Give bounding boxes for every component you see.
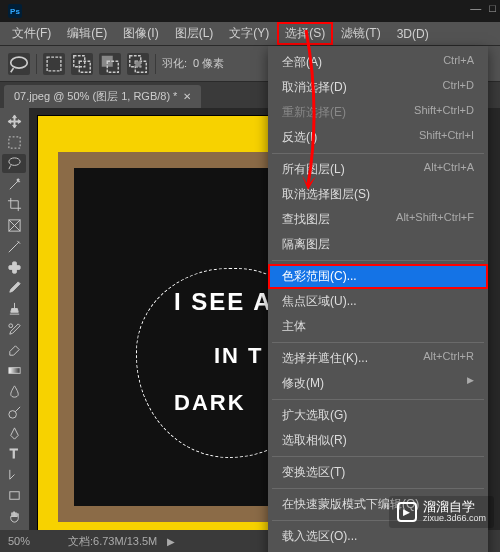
svg-rect-8 [135, 61, 141, 67]
menu-shortcut: Shift+Ctrl+D [414, 104, 474, 121]
doc-info: 文档:6.73M/13.5M [68, 534, 157, 549]
close-icon[interactable]: ✕ [183, 91, 191, 102]
healing-tool-icon[interactable] [2, 257, 26, 277]
eraser-tool-icon[interactable] [2, 340, 26, 360]
menu-item[interactable]: 3D(D) [389, 24, 437, 44]
lasso-tool-icon[interactable] [2, 154, 26, 174]
menu-item[interactable]: 查找图层Alt+Shift+Ctrl+F [268, 207, 488, 232]
menu-item[interactable]: 隔离图层 [268, 232, 488, 257]
svg-line-20 [15, 407, 20, 412]
selection-add-icon[interactable] [71, 53, 93, 75]
minimize-icon[interactable]: — [470, 2, 481, 14]
menu-shortcut: Shift+Ctrl+I [419, 129, 474, 146]
svg-point-10 [8, 158, 19, 166]
menu-shortcut: Ctrl+D [443, 79, 474, 96]
menu-item-label: 查找图层 [282, 211, 330, 228]
menu-item-label: 隔离图层 [282, 236, 330, 253]
menu-item[interactable]: 文字(Y) [221, 22, 277, 45]
menu-item[interactable]: 取消选择(D)Ctrl+D [268, 75, 488, 100]
path-tool-icon[interactable] [2, 465, 26, 485]
menu-item-label: 选取相似(R) [282, 432, 347, 449]
stamp-tool-icon[interactable] [2, 299, 26, 319]
magic-wand-tool-icon[interactable] [2, 174, 26, 194]
svg-rect-18 [8, 368, 19, 374]
document-tab[interactable]: 07.jpeg @ 50% (图层 1, RGB/8) * ✕ [4, 85, 201, 108]
blur-tool-icon[interactable] [2, 382, 26, 402]
brush-tool-icon[interactable] [2, 278, 26, 298]
menu-item[interactable]: 文件(F) [4, 22, 59, 45]
select-menu-dropdown: 全部(A)Ctrl+A取消选择(D)Ctrl+D重新选择(E)Shift+Ctr… [268, 46, 488, 552]
frame-tool-icon[interactable] [2, 216, 26, 236]
menu-item-label: 取消选择图层(S) [282, 186, 370, 203]
menu-item-label: 变换选区(T) [282, 464, 345, 481]
menu-item-label: 全部(A) [282, 54, 322, 71]
menu-item-label: 重新选择(E) [282, 104, 346, 121]
menu-item[interactable]: 反选(I)Shift+Ctrl+I [268, 125, 488, 150]
svg-rect-9 [8, 137, 19, 148]
eyedropper-tool-icon[interactable] [2, 237, 26, 257]
menu-item[interactable]: 变换选区(T) [268, 460, 488, 485]
history-brush-tool-icon[interactable] [2, 320, 26, 340]
zoom-level[interactable]: 50% [8, 535, 58, 547]
menu-item[interactable]: 焦点区域(U)... [268, 289, 488, 314]
menu-divider [272, 488, 484, 489]
menu-item[interactable]: 编辑(E) [59, 22, 115, 45]
feather-value[interactable]: 0 像素 [193, 56, 224, 71]
menu-divider [272, 342, 484, 343]
menu-item[interactable]: 色彩范围(C)... [268, 264, 488, 289]
menu-divider [272, 260, 484, 261]
svg-rect-22 [9, 492, 18, 500]
hand-tool-icon[interactable] [2, 506, 26, 526]
menu-shortcut: Alt+Ctrl+A [424, 161, 474, 178]
svg-point-11 [17, 179, 19, 181]
menu-item[interactable]: 取消选择图层(S) [268, 182, 488, 207]
tools-panel: T [0, 108, 30, 530]
menu-item[interactable]: 全部(A)Ctrl+A [268, 50, 488, 75]
rectangle-tool-icon[interactable] [2, 486, 26, 506]
chevron-right-icon[interactable]: ▶ [167, 536, 175, 547]
app-logo-icon: Ps [8, 4, 22, 18]
svg-point-19 [8, 411, 16, 419]
menu-item[interactable]: 选择(S) [277, 22, 333, 45]
menu-item-label: 载入选区(O)... [282, 528, 357, 545]
move-tool-icon[interactable] [2, 112, 26, 132]
menu-item[interactable]: 选取相似(R) [268, 428, 488, 453]
watermark: ▶ 溜溜自学 zixue.3d66.com [389, 496, 494, 528]
selection-intersect-icon[interactable] [127, 53, 149, 75]
tab-title: 07.jpeg @ 50% (图层 1, RGB/8) * [14, 89, 177, 104]
menu-divider [272, 399, 484, 400]
crop-tool-icon[interactable] [2, 195, 26, 215]
menu-item-label: 焦点区域(U)... [282, 293, 357, 310]
menu-item[interactable]: 扩大选取(G) [268, 403, 488, 428]
watermark-url: zixue.3d66.com [423, 514, 486, 524]
feather-label: 羽化: [162, 56, 187, 71]
play-icon: ▶ [397, 502, 417, 522]
menu-item-label: 所有图层(L) [282, 161, 345, 178]
menu-item[interactable]: 主体 [268, 314, 488, 339]
marquee-tool-icon[interactable] [2, 133, 26, 153]
menu-item[interactable]: 选择并遮住(K)...Alt+Ctrl+R [268, 346, 488, 371]
maximize-icon[interactable]: □ [489, 2, 496, 14]
menu-item: 重新选择(E)Shift+Ctrl+D [268, 100, 488, 125]
pen-tool-icon[interactable] [2, 423, 26, 443]
menu-item-label: 选择并遮住(K)... [282, 350, 368, 367]
dodge-tool-icon[interactable] [2, 403, 26, 423]
menu-item-label: 修改(M) [282, 375, 324, 392]
menu-item[interactable]: 滤镜(T) [333, 22, 388, 45]
selection-new-icon[interactable] [43, 53, 65, 75]
submenu-arrow-icon: ▶ [467, 375, 474, 392]
menu-item[interactable]: 所有图层(L)Alt+Ctrl+A [268, 157, 488, 182]
lasso-tool-icon[interactable] [8, 53, 30, 75]
menu-item[interactable]: 修改(M)▶ [268, 371, 488, 396]
menu-item-label: 反选(I) [282, 129, 317, 146]
svg-rect-16 [8, 265, 19, 269]
selection-subtract-icon[interactable] [99, 53, 121, 75]
menu-item[interactable]: 图像(I) [115, 22, 166, 45]
type-tool-icon[interactable]: T [2, 444, 26, 464]
gradient-tool-icon[interactable] [2, 361, 26, 381]
menu-item-label: 主体 [282, 318, 306, 335]
menu-item[interactable]: 图层(L) [167, 22, 222, 45]
menubar: 文件(F)编辑(E)图像(I)图层(L)文字(Y)选择(S)滤镜(T)3D(D) [0, 22, 500, 46]
svg-text:T: T [9, 447, 17, 462]
menu-item-label: 色彩范围(C)... [282, 268, 357, 285]
